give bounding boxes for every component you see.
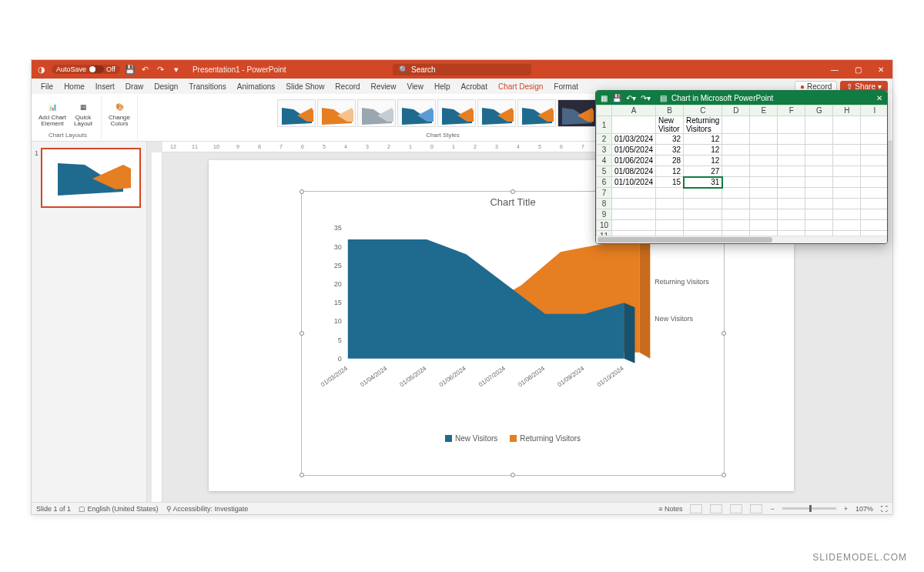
svg-text:01/09/2024: 01/09/2024 [557, 365, 586, 389]
chart-style-option[interactable] [477, 99, 516, 127]
resize-handle[interactable] [721, 331, 726, 336]
fit-to-window-button[interactable]: ⛶ [881, 505, 888, 513]
slideshow-view-button[interactable] [750, 504, 762, 513]
add-chart-element-button[interactable]: 📊 Add Chart Element [38, 96, 67, 130]
quick-layout-button[interactable]: ▦ Quick Layout [69, 96, 98, 130]
excel-redo-icon[interactable]: ↷▾ [641, 94, 651, 102]
legend-item: New Visitors [445, 434, 497, 443]
accessibility-status[interactable]: ⚲ Accessibility: Investigate [166, 505, 249, 513]
resize-handle[interactable] [511, 473, 515, 477]
chart-style-option[interactable] [397, 99, 436, 127]
search-placeholder: Search [411, 65, 436, 74]
tab-format[interactable]: Format [549, 81, 583, 92]
excel-scrollbar[interactable] [596, 236, 887, 243]
zoom-in-button[interactable]: + [844, 505, 848, 513]
undo-icon[interactable]: ↶ [140, 64, 151, 75]
minimize-button[interactable]: — [823, 60, 846, 79]
resize-handle[interactable] [300, 473, 304, 477]
chart-legend: New Visitors Returning Visitors [302, 431, 724, 446]
tab-draw[interactable]: Draw [121, 81, 148, 92]
tab-review[interactable]: Review [367, 81, 401, 92]
chart-style-option[interactable] [517, 99, 556, 127]
tab-record[interactable]: Record [330, 81, 364, 92]
tab-design[interactable]: Design [149, 81, 182, 92]
change-colors-button[interactable]: 🎨 Change Colors [105, 96, 134, 130]
save-icon[interactable]: 💾 [125, 64, 136, 75]
resize-handle[interactable] [300, 331, 304, 336]
autosave-state: Off [106, 65, 116, 73]
tab-help[interactable]: Help [430, 81, 455, 92]
svg-text:0: 0 [338, 355, 342, 363]
excel-save-icon[interactable]: 💾 [612, 94, 621, 102]
resize-handle[interactable] [300, 189, 304, 194]
svg-text:01/04/2024: 01/04/2024 [359, 365, 388, 389]
tab-animations[interactable]: Animations [233, 81, 280, 92]
excel-sheet-icon: ▤ [660, 94, 667, 102]
document-title: Presentation1 - PowerPoint [192, 65, 286, 74]
excel-window-title: Chart in Microsoft PowerPoint [671, 94, 773, 102]
tab-view[interactable]: View [402, 81, 428, 92]
status-bar: Slide 1 of 1 ▢ English (United States) ⚲… [32, 502, 892, 514]
tab-acrobat[interactable]: Acrobat [456, 81, 491, 92]
excel-grid[interactable]: ABCDEFGHI1New VisitorReturning Visitors2… [596, 105, 887, 236]
excel-undo-icon[interactable]: ↶▾ [626, 94, 636, 102]
notes-button[interactable]: ≡ Notes [658, 505, 682, 513]
excel-close-button[interactable]: ✕ [876, 94, 882, 102]
excel-data-window[interactable]: ▦ 💾 ↶▾ ↷▾ ▤ Chart in Microsoft PowerPoin… [595, 90, 888, 244]
watermark: SLIDEMODEL.COM [812, 552, 907, 563]
tab-chart-design[interactable]: Chart Design [494, 81, 547, 92]
chart-style-option[interactable] [357, 99, 396, 127]
autosave-label: AutoSave [56, 65, 86, 73]
svg-text:10: 10 [334, 317, 342, 325]
zoom-slider[interactable] [782, 507, 836, 510]
book-icon: ▢ [79, 505, 85, 513]
maximize-button[interactable]: ▢ [846, 60, 869, 79]
qat-more-icon[interactable]: ▾ [171, 64, 182, 75]
zoom-out-button[interactable]: − [770, 505, 774, 513]
svg-text:25: 25 [334, 262, 342, 269]
slide-thumbnail[interactable]: 1 [41, 148, 141, 208]
search-icon: 🔍 [399, 65, 408, 74]
chart-element-icon: 📊 [45, 100, 59, 114]
reading-view-button[interactable] [730, 504, 742, 513]
legend-swatch-icon [510, 435, 517, 442]
svg-text:New Visitors: New Visitors [654, 315, 693, 323]
tab-file[interactable]: File [36, 81, 58, 92]
redo-icon[interactable]: ↷ [156, 64, 166, 75]
svg-text:01/08/2024: 01/08/2024 [517, 365, 546, 389]
chart-style-option[interactable] [277, 99, 316, 127]
excel-icon: ▦ [601, 94, 608, 102]
svg-text:01/05/2024: 01/05/2024 [399, 365, 428, 389]
resize-handle[interactable] [511, 189, 515, 194]
tab-home[interactable]: Home [59, 81, 89, 92]
sorter-view-button[interactable] [710, 504, 722, 513]
svg-text:01/07/2024: 01/07/2024 [477, 365, 507, 389]
palette-icon: 🎨 [112, 100, 126, 114]
tab-insert[interactable]: Insert [91, 81, 119, 92]
chart-style-option[interactable] [317, 99, 356, 127]
person-icon: ⚲ [166, 505, 172, 513]
search-input[interactable]: 🔍 Search [393, 64, 531, 75]
chart-style-option[interactable] [437, 99, 476, 127]
svg-marker-27 [639, 237, 650, 359]
group-chart-layouts: 📊 Add Chart Element ▦ Quick Layout Chart… [35, 96, 102, 141]
chevron-down-icon: ▾ [878, 82, 882, 91]
quick-layout-icon: ▦ [76, 100, 90, 114]
chart-style-option[interactable] [557, 99, 596, 127]
svg-text:01/03/2024: 01/03/2024 [320, 365, 349, 389]
language-indicator[interactable]: ▢ English (United States) [79, 505, 159, 513]
svg-text:20: 20 [334, 280, 342, 288]
title-bar: ◑ AutoSave Off 💾 ↶ ↷ ▾ Presentation1 - P… [32, 60, 892, 79]
tab-slideshow[interactable]: Slide Show [281, 81, 329, 92]
share-icon: ⇧ [846, 82, 852, 91]
tab-transitions[interactable]: Transitions [184, 81, 231, 92]
resize-handle[interactable] [721, 473, 726, 477]
normal-view-button[interactable] [690, 504, 702, 513]
group-change-colors: 🎨 Change Colors [102, 96, 138, 141]
legend-item: Returning Visitors [510, 434, 581, 443]
autosave-toggle[interactable]: AutoSave Off [52, 65, 120, 74]
svg-marker-29 [624, 303, 634, 363]
toggle-icon [89, 65, 104, 73]
slide-number: 1 [35, 149, 38, 157]
close-button[interactable]: ✕ [869, 60, 892, 79]
